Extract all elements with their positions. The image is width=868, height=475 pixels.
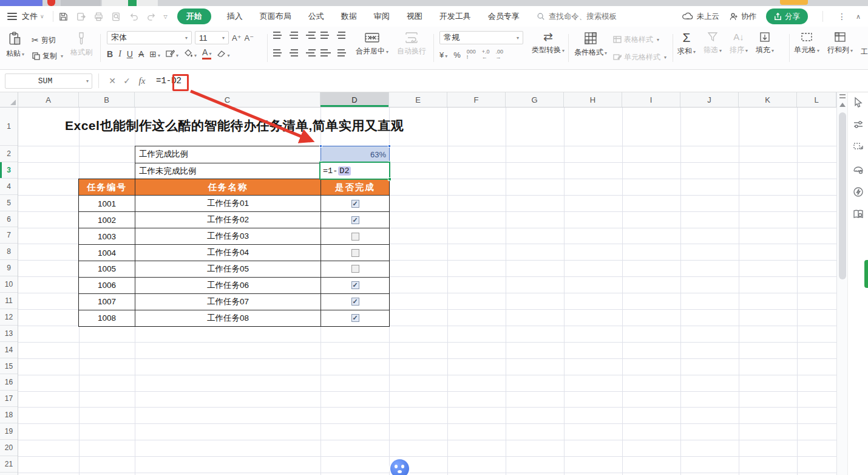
row-header-7[interactable]: 7 [0, 227, 18, 244]
filter-button[interactable]: 筛选▾ [704, 31, 722, 66]
task-name-cell[interactable]: 工作任务05 [135, 261, 321, 277]
column-header-J[interactable]: J [680, 92, 739, 107]
sort-button[interactable]: A↓ 排序▾ [730, 31, 748, 66]
column-header-F[interactable]: F [447, 92, 506, 107]
borders-button[interactable]: ⊞▾ [149, 49, 160, 59]
checkbox-checked[interactable]: ✓ [351, 314, 359, 322]
template-shell-icon[interactable] [852, 163, 864, 176]
column-header-I[interactable]: I [622, 92, 680, 107]
increase-font-button[interactable]: A⁺ [232, 33, 242, 43]
properties-sliders-icon[interactable] [852, 118, 864, 131]
cell-style-button[interactable]: 单元格样式▾ [613, 50, 666, 64]
wrap-text-button[interactable]: 自动换行 [397, 31, 426, 59]
row-header-6[interactable]: 6 [0, 211, 18, 228]
row-header-21[interactable]: 21 [0, 456, 18, 473]
font-size-select[interactable]: 11▾ [195, 31, 229, 44]
customize-qat-icon[interactable]: ▽ [164, 14, 168, 19]
eraser-button[interactable]: ▾ [217, 49, 229, 59]
ribbon-tab-视图[interactable]: 视图 [405, 9, 424, 24]
export-icon[interactable] [76, 11, 87, 22]
underline-button[interactable]: U [127, 49, 133, 59]
collaborate-button[interactable]: 协作 [729, 12, 756, 22]
row-header-4[interactable]: 4 [0, 179, 18, 195]
strikethrough-button[interactable]: A [138, 49, 144, 59]
document-tab[interactable] [61, 0, 101, 6]
row-header-10[interactable]: 10 [0, 276, 18, 293]
column-header-L[interactable]: L [797, 92, 836, 107]
more-options-icon[interactable]: ⋮ [838, 12, 846, 21]
name-box[interactable]: SUM ▾ [5, 73, 92, 89]
chevron-down-icon[interactable]: ∨ [40, 13, 44, 19]
font-name-select[interactable]: 宋体▾ [107, 31, 192, 44]
checkbox-unchecked[interactable] [351, 249, 359, 257]
collapse-ribbon-icon[interactable]: ∧ [856, 13, 861, 21]
search-input[interactable] [549, 12, 634, 21]
share-button[interactable]: 分享 [766, 9, 808, 24]
paste-button[interactable]: 粘贴▾ [6, 31, 24, 66]
task-name-cell[interactable]: 工作任务07 [135, 294, 321, 310]
undo-icon[interactable] [129, 11, 140, 22]
worksheet-button-partial[interactable]: 工 [861, 47, 868, 66]
cloud-sync-button[interactable]: 未上云 [682, 12, 719, 22]
task-name-cell[interactable]: 工作任务01 [135, 196, 321, 211]
column-header-E[interactable]: E [389, 92, 447, 107]
ribbon-tab-审阅[interactable]: 审阅 [373, 9, 391, 24]
distributed-button[interactable] [336, 49, 347, 59]
checkbox-unchecked[interactable] [351, 265, 359, 273]
column-header-D[interactable]: D [320, 92, 389, 107]
task-name-cell[interactable]: 工作任务06 [135, 278, 321, 293]
cells-button[interactable]: 单元格▾ [794, 31, 819, 66]
cell-d3-edit-box[interactable]: =1-D2 [319, 162, 390, 180]
ribbon-tab-公式[interactable]: 公式 [307, 9, 325, 24]
column-header-A[interactable]: A [18, 92, 79, 107]
task-id-cell[interactable]: 1007 [79, 294, 135, 310]
confirm-entry-icon[interactable]: ✓ [120, 76, 134, 86]
rows-cols-button[interactable]: 行和列▾ [827, 31, 853, 66]
stats-label-cell[interactable]: 工作完成比例 [135, 146, 321, 163]
italic-button[interactable]: I [118, 49, 121, 59]
merge-center-button[interactable]: 合并居中▾ [356, 31, 388, 59]
draw-border-button[interactable]: ▾ [166, 49, 178, 59]
row-header-8[interactable]: 8 [0, 244, 18, 260]
stats-label-cell[interactable]: 工作未完成比例 [135, 163, 321, 179]
row-header-16[interactable]: 16 [0, 374, 18, 391]
ai-assistant-button[interactable] [390, 459, 409, 475]
row-header-1[interactable]: 1 [0, 108, 18, 146]
pointer-tool-icon[interactable] [852, 96, 864, 108]
checkbox-checked[interactable]: ✓ [351, 200, 359, 208]
row-header-2[interactable]: 2 [0, 146, 18, 162]
row-header-19[interactable]: 19 [0, 423, 18, 440]
align-left-button[interactable] [273, 49, 284, 59]
row-header-14[interactable]: 14 [0, 342, 18, 358]
upgrade-chip[interactable] [780, 0, 808, 5]
format-painter-button[interactable]: 格式刷 [70, 31, 92, 66]
conditional-format-button[interactable]: 条件格式▾ [574, 31, 607, 66]
justify-button[interactable] [320, 49, 331, 59]
file-menu[interactable]: 文件 [22, 11, 38, 22]
cut-button[interactable]: ✂剪切 [32, 33, 63, 47]
fill-button[interactable]: 填充▾ [756, 31, 774, 66]
currency-button[interactable]: ¥▾ [439, 50, 447, 60]
row-header-13[interactable]: 13 [0, 326, 18, 342]
row-header-5[interactable]: 5 [0, 195, 18, 211]
increase-indent-button[interactable] [336, 31, 347, 41]
percent-button[interactable]: % [453, 50, 461, 60]
task-name-cell[interactable]: 工作任务02 [135, 212, 321, 228]
side-toolbar-peek[interactable] [864, 260, 868, 288]
scrollbar-thumb[interactable] [839, 112, 846, 279]
task-id-cell[interactable]: 1005 [79, 261, 135, 277]
task-id-cell[interactable]: 1008 [79, 310, 135, 326]
checkbox-checked[interactable]: ✓ [351, 216, 359, 224]
font-color-button[interactable]: A▾ [202, 49, 211, 60]
checkbox-checked[interactable]: ✓ [351, 281, 359, 289]
align-middle-button[interactable] [289, 31, 300, 41]
column-header-B[interactable]: B [79, 92, 135, 107]
checkbox-checked[interactable]: ✓ [351, 298, 359, 306]
row-header-3[interactable]: 3 [0, 162, 18, 179]
type-convert-button[interactable]: ⇄ 类型转换▾ [532, 31, 565, 60]
copy-button[interactable]: 复制▾ [32, 49, 63, 63]
ribbon-tab-开发工具[interactable]: 开发工具 [438, 9, 472, 24]
row-header-9[interactable]: 9 [0, 260, 18, 276]
insert-function-icon[interactable]: fx [134, 76, 150, 86]
decrease-decimal-button[interactable]: .00→ [496, 49, 504, 60]
